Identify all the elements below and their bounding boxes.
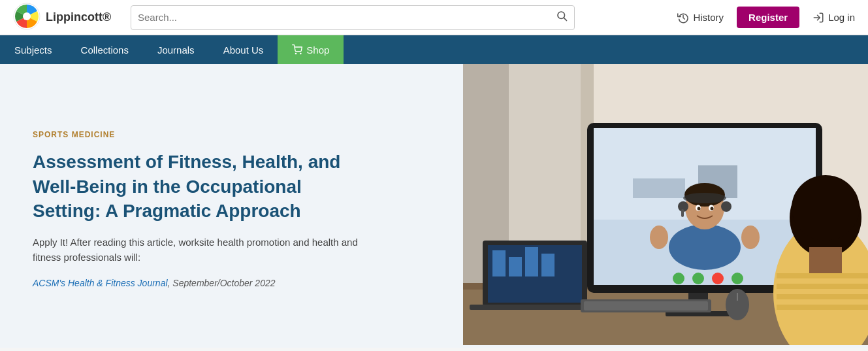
svg-point-40: [711, 207, 714, 210]
article-desc-text: Apply It! After reading this article, wo…: [33, 237, 358, 263]
svg-rect-16: [492, 250, 506, 276]
hero-image-container: [463, 64, 868, 348]
article-category: SPORTS MEDICINE: [33, 130, 430, 139]
history-button[interactable]: History: [677, 12, 724, 24]
svg-rect-53: [777, 305, 868, 310]
svg-point-5: [296, 53, 297, 54]
login-button[interactable]: Log in: [812, 12, 855, 24]
nav-journals[interactable]: Journals: [143, 35, 209, 64]
journal-date: September/October 2022: [172, 278, 275, 288]
article-journal-info: ACSM's Health & Fitness Journal, Septemb…: [33, 278, 430, 288]
svg-point-35: [721, 201, 731, 212]
login-icon: [812, 12, 824, 24]
svg-point-45: [673, 273, 684, 284]
history-icon: [677, 12, 689, 24]
svg-rect-42: [654, 227, 664, 234]
journal-name-link[interactable]: ACSM's Health & Fitness Journal: [33, 278, 168, 288]
svg-point-46: [692, 273, 704, 284]
nav-about-label: About Us: [223, 44, 264, 56]
svg-rect-52: [777, 294, 868, 299]
article-description: Apply It! After reading this article, wo…: [33, 235, 372, 265]
svg-rect-58: [584, 301, 708, 310]
svg-point-33: [683, 193, 726, 203]
svg-rect-51: [777, 284, 868, 289]
svg-point-30: [669, 224, 741, 270]
register-label: Register: [748, 12, 788, 23]
svg-rect-28: [633, 178, 685, 198]
nav-collections-label: Collections: [81, 44, 129, 56]
svg-rect-44: [746, 227, 755, 234]
register-button[interactable]: Register: [737, 7, 799, 28]
search-bar[interactable]: [131, 5, 575, 30]
hero-image: [463, 64, 868, 345]
svg-point-48: [731, 273, 743, 284]
brand-name: Lippincott®: [46, 10, 111, 24]
svg-rect-36: [681, 209, 684, 217]
nav-collections[interactable]: Collections: [67, 35, 143, 64]
nav-journals-label: Journals: [157, 44, 195, 56]
nav-subjects-label: Subjects: [14, 44, 52, 56]
svg-rect-56: [809, 247, 842, 273]
nav-shop-label: Shop: [306, 44, 329, 56]
nav-subjects[interactable]: Subjects: [0, 35, 67, 64]
login-label: Log in: [828, 12, 855, 23]
nav-bar: Subjects Collections Journals About Us S…: [0, 35, 868, 64]
svg-point-1: [23, 12, 31, 20]
logo-area: Lippincott®: [13, 3, 118, 33]
lippincott-logo: [13, 3, 40, 33]
search-button[interactable]: [556, 10, 568, 25]
top-bar: Lippincott® History Register: [0, 0, 868, 35]
article-title: Assessment of Fitness, Health, and Well-…: [33, 150, 372, 224]
svg-point-47: [712, 273, 724, 284]
cart-icon: [292, 44, 302, 55]
svg-rect-50: [777, 273, 868, 278]
nav-shop[interactable]: Shop: [278, 35, 344, 64]
svg-point-55: [792, 175, 860, 241]
svg-rect-17: [509, 257, 522, 276]
svg-point-6: [300, 53, 301, 54]
svg-rect-18: [525, 247, 538, 276]
hero-section: SPORTS MEDICINE Assessment of Fitness, H…: [0, 64, 868, 348]
svg-line-3: [564, 18, 566, 20]
svg-rect-19: [541, 254, 555, 276]
nav-about[interactable]: About Us: [209, 35, 278, 64]
search-input[interactable]: [138, 12, 556, 23]
top-right-actions: History Register Log in: [677, 7, 855, 28]
history-label: History: [693, 12, 724, 23]
hero-content: SPORTS MEDICINE Assessment of Fitness, H…: [0, 64, 463, 348]
svg-point-39: [698, 207, 701, 210]
